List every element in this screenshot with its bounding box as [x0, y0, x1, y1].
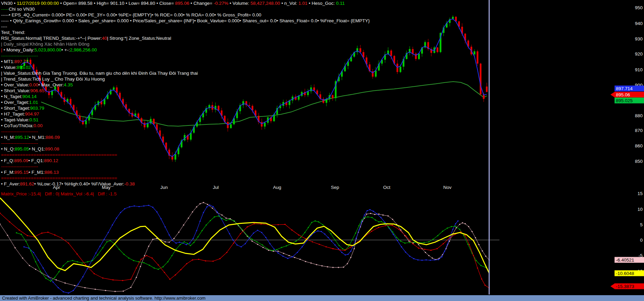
matrix_green-marker — [414, 242, 415, 243]
matrix_green-marker — [262, 244, 263, 245]
matrix_red-marker — [424, 249, 425, 250]
matrix_pink-marker — [432, 257, 433, 258]
matrix_red-marker — [385, 225, 386, 226]
price-tag-arrow — [610, 92, 615, 97]
matrix_red-marker — [233, 243, 234, 244]
matrix_red-marker — [170, 279, 171, 280]
candle-body — [21, 66, 22, 69]
matrix_blue-marker — [265, 237, 267, 238]
axis-tick-label: 10 — [637, 207, 643, 212]
matrix_blue-marker — [324, 233, 325, 234]
matrix_blue-marker — [370, 209, 371, 210]
candle-body — [323, 99, 324, 103]
matrix_green-marker — [364, 217, 365, 218]
matrix_green-marker — [455, 226, 456, 227]
matrix_red-marker — [443, 243, 444, 244]
matrix_blue-marker — [207, 206, 208, 207]
matrix_blue-marker — [261, 232, 262, 233]
matrix_green-marker — [372, 217, 373, 218]
matrix_blue-marker — [241, 246, 242, 248]
matrix_pink-marker — [459, 224, 460, 225]
matrix_red-marker — [186, 263, 187, 264]
matrix_blue-marker — [367, 210, 368, 211]
matrix_pink-marker — [418, 244, 419, 245]
matrix_pink-marker — [449, 241, 450, 242]
matrix_green-marker — [451, 226, 452, 227]
matrix_blue-marker — [176, 243, 177, 244]
matrix_pink-marker — [456, 227, 457, 228]
matrix_pink-marker — [148, 246, 149, 247]
matrix_green-marker — [40, 271, 41, 272]
candle-body — [144, 123, 146, 127]
matrix_pink-marker — [383, 215, 384, 216]
matrix_pink-marker — [268, 250, 269, 251]
matrix_green-marker — [322, 224, 323, 225]
matrix_blue-marker — [68, 292, 69, 293]
matrix_blue-marker — [342, 252, 343, 253]
matrix_blue-marker — [321, 231, 322, 232]
candle-body — [474, 51, 475, 55]
matrix_pink-marker — [347, 263, 348, 264]
candle-body — [30, 60, 32, 64]
matrix_green-marker — [35, 261, 36, 262]
matrix_pink-marker — [226, 218, 227, 219]
month-label: Jul — [213, 185, 219, 190]
matrix_pink-marker — [85, 287, 86, 288]
matrix_blue-marker — [422, 260, 423, 261]
matrix_pink-marker — [322, 265, 323, 266]
matrix_pink-marker — [207, 204, 208, 205]
matrix_green-marker — [311, 222, 312, 223]
matrix_red-marker — [247, 226, 248, 227]
matrix_red-marker — [181, 269, 182, 270]
matrix_pink-marker — [425, 252, 426, 253]
matrix_red-marker — [77, 254, 78, 255]
candle-body — [310, 87, 312, 91]
matrix_pink-marker — [183, 225, 184, 226]
matrix_pink-marker — [174, 238, 175, 239]
matrix_pink-marker — [203, 202, 204, 203]
matrix_blue-line — [24, 205, 458, 293]
matrix_blue-marker — [364, 215, 365, 216]
matrix_blue-marker — [278, 253, 279, 254]
matrix_green-marker — [149, 265, 150, 266]
matrix_green-marker — [348, 246, 349, 247]
chart-canvas[interactable]: AprMayJunJulAugSepOctNov9509409309209109… — [0, 0, 644, 301]
matrix_blue-marker — [350, 251, 351, 252]
matrix_red-marker — [485, 285, 486, 286]
matrix_green-marker — [168, 261, 169, 262]
matrix_pink-marker — [327, 266, 328, 267]
candle-body — [264, 123, 266, 127]
axis-tick-label: 930 — [635, 36, 643, 41]
matrix_green-marker — [429, 241, 430, 242]
matrix_blue-marker — [245, 243, 246, 244]
matrix_blue-marker — [274, 249, 275, 250]
matrix_red-marker — [54, 234, 55, 236]
matrix_blue-marker — [314, 232, 315, 233]
matrix_green-marker — [424, 242, 425, 243]
matrix_green-marker — [128, 257, 129, 258]
matrix_pink-marker — [65, 282, 66, 284]
candle-body — [85, 120, 87, 124]
matrix_green-marker — [229, 219, 230, 220]
candle-body — [375, 71, 377, 77]
matrix_pink-marker — [165, 241, 166, 242]
matrix_green-marker — [352, 240, 353, 241]
matrix_pink-marker — [485, 256, 486, 257]
matrix_blue-marker — [112, 225, 113, 226]
matrix_pink-marker — [409, 241, 410, 242]
month-label: Sep — [331, 185, 339, 190]
matrix_pink-marker — [300, 259, 301, 260]
matrix_blue-marker — [318, 230, 319, 231]
matrix_blue-marker — [43, 267, 44, 268]
matrix_pink-marker — [95, 289, 96, 290]
matrix_blue-marker — [124, 208, 125, 209]
matrix_pink-marker — [29, 265, 30, 266]
matrix_pink-marker — [178, 232, 179, 233]
matrix_blue-marker — [455, 223, 456, 224]
matrix_blue-marker — [257, 230, 258, 231]
matrix_blue-marker — [338, 248, 339, 249]
matrix_green-marker — [355, 233, 356, 234]
matrix_pink-marker — [350, 257, 351, 258]
matrix_blue-marker — [287, 258, 288, 259]
matrix_green-marker — [400, 241, 401, 242]
